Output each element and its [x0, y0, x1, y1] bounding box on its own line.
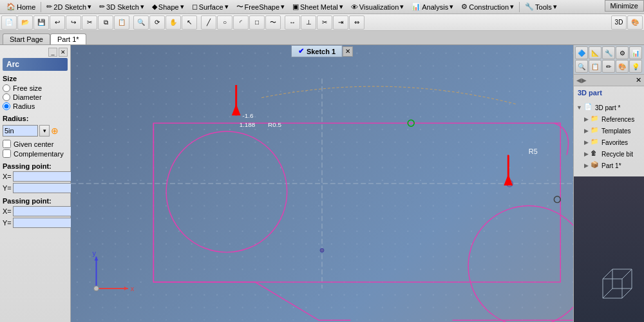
- tb-render[interactable]: 🎨: [627, 15, 643, 30]
- x2-row: X=: [3, 206, 68, 216]
- menu-home[interactable]: 🏠 Home: [3, 0, 39, 14]
- svg-text:x: x: [131, 285, 135, 292]
- tb-redo[interactable]: ↪: [66, 15, 81, 30]
- sep2: [519, 2, 520, 12]
- rp-icon-2[interactable]: 📐: [589, 46, 601, 59]
- rp-icon-8[interactable]: ✏: [602, 60, 615, 73]
- menu-freeshape[interactable]: 〜 FreeShape ▾: [232, 0, 289, 14]
- svg-text:R0.5: R0.5: [268, 121, 281, 128]
- expand-templates-icon: ▶: [584, 128, 589, 134]
- panel-minimize-icon[interactable]: _: [48, 48, 57, 57]
- tb-constraint[interactable]: ⊥: [301, 15, 316, 30]
- tree-item-part1[interactable]: ▶ 📦 Part 1*: [584, 160, 641, 171]
- tree-item-favorites[interactable]: ▶ 📁 Favorites: [584, 137, 641, 148]
- svg-line-36: [622, 269, 632, 279]
- menu-3d-sketch[interactable]: ✏ 3D Sketch ▾: [95, 0, 148, 14]
- expand-icon: ▼: [576, 104, 582, 111]
- complementary-option[interactable]: Complementary: [3, 149, 68, 158]
- tree-item-references[interactable]: ▶ 📁 References: [584, 113, 641, 125]
- y1-label: Y=: [3, 184, 12, 192]
- tb-select[interactable]: ↖: [182, 15, 197, 30]
- radius-formula-btn[interactable]: ⊕: [51, 126, 59, 136]
- menu-construction[interactable]: ⚙ Construction ▾: [457, 0, 518, 14]
- rp-icon-10[interactable]: 💡: [629, 60, 642, 73]
- passing-point-1: Passing point: X= * Y=: [3, 162, 68, 193]
- tb-new[interactable]: 📄: [1, 15, 17, 30]
- tb-zoom[interactable]: 🔍: [133, 15, 149, 30]
- rp-icon-5[interactable]: 📊: [629, 46, 642, 59]
- diameter-option[interactable]: Diameter: [3, 93, 68, 102]
- tb-copy[interactable]: ⧉: [98, 15, 113, 30]
- complementary-checkbox[interactable]: [3, 149, 11, 158]
- tree-item-templates[interactable]: ▶ 📁 Templates: [584, 125, 641, 137]
- radius-input[interactable]: [3, 125, 38, 137]
- tb-arc[interactable]: ◜: [233, 15, 249, 30]
- top-toolbar: 🏠 Home ✏ 2D Sketch ▾ ✏ 3D Sketch ▾ ◆ Sha…: [0, 0, 644, 14]
- main-area: _ ✕ Arc Size Free size Diameter Radius R…: [0, 45, 644, 322]
- rp-icon-6[interactable]: 🔍: [575, 60, 588, 73]
- tb-paste[interactable]: 📋: [114, 15, 129, 30]
- menu-tools[interactable]: 🔧 Tools ▾: [521, 0, 561, 14]
- menu-analysis[interactable]: 📊 Analysis ▾: [408, 0, 457, 14]
- y1-row: Y=: [3, 183, 68, 193]
- tb-line[interactable]: ╱: [201, 15, 216, 30]
- tab-bar: Start Page Part 1*: [0, 31, 644, 45]
- rp-icon-7[interactable]: 📋: [589, 60, 601, 73]
- tree-recycle-icon: 🗑: [591, 149, 600, 158]
- rp-icon-9[interactable]: 🎨: [616, 60, 629, 73]
- expand-recycle-icon: ▶: [584, 151, 589, 157]
- tb-trim[interactable]: ✂: [317, 15, 332, 30]
- tree-part1-label: Part 1*: [601, 162, 621, 169]
- tb-rect[interactable]: □: [249, 15, 265, 30]
- tb-extend[interactable]: ⇥: [333, 15, 348, 30]
- rp-icon-3[interactable]: 🔧: [602, 46, 615, 59]
- menu-shape[interactable]: ◆ Shape ▾: [148, 0, 188, 14]
- given-center-option[interactable]: Given center: [3, 139, 68, 149]
- tb-undo[interactable]: ↩: [50, 15, 65, 30]
- sketch-tab-label: ✔ Sketch 1: [291, 45, 343, 57]
- sketch-close-btn[interactable]: ✕: [343, 46, 353, 57]
- tb-rotate[interactable]: ⟳: [149, 15, 165, 30]
- diameter-radio[interactable]: [3, 93, 10, 101]
- tb-circle[interactable]: ○: [217, 15, 232, 30]
- sketch-tab: ✔ Sketch 1 ✕: [291, 45, 353, 57]
- menu-visualization[interactable]: 👁 Visualization ▾: [347, 0, 408, 14]
- tb-cut[interactable]: ✂: [82, 15, 97, 30]
- radius-dropdown-btn[interactable]: ▾: [39, 125, 50, 137]
- radius-radio[interactable]: [3, 102, 10, 110]
- rp-icon-1[interactable]: 🔷: [575, 46, 588, 59]
- tb-pan[interactable]: ✋: [166, 15, 181, 30]
- x2-label: X=: [3, 207, 12, 215]
- menu-2d-sketch[interactable]: ✏ 2D Sketch ▾: [43, 0, 95, 14]
- right-panel-close-btn[interactable]: ✕: [636, 76, 641, 84]
- tb-save[interactable]: 💾: [33, 15, 49, 30]
- tb-open[interactable]: 📂: [17, 15, 33, 30]
- tab-start-page[interactable]: Start Page: [3, 33, 50, 44]
- given-center-checkbox[interactable]: [3, 140, 11, 148]
- panel-close-icon[interactable]: ✕: [59, 48, 68, 57]
- free-size-option[interactable]: Free size: [3, 84, 68, 93]
- tab-part1[interactable]: Part 1*: [50, 33, 86, 44]
- menu-sheet-metal[interactable]: ▣ Sheet Metal ▾: [289, 0, 347, 14]
- svg-marker-34: [622, 269, 632, 298]
- free-size-radio[interactable]: [3, 84, 10, 92]
- rp-icon-4[interactable]: ⚙: [616, 46, 629, 59]
- menu-surface[interactable]: ◻ Surface ▾: [188, 0, 232, 14]
- 3d-view-placeholder: [590, 266, 641, 319]
- right-panel-title: 3D part: [574, 86, 644, 99]
- tb-3d[interactable]: 3D: [611, 15, 627, 30]
- minimize-button[interactable]: Minimize: [605, 0, 644, 12]
- radius-option[interactable]: Radius: [3, 102, 68, 111]
- tb-dim[interactable]: ↔: [285, 15, 300, 30]
- tree-recycle-label: Recycle bit: [601, 151, 633, 158]
- tb-mirror[interactable]: ⇔: [349, 15, 365, 30]
- svg-point-29: [94, 286, 99, 291]
- tree-item-recycle[interactable]: ▶ 🗑 Recycle bit: [584, 148, 641, 160]
- sketch-tab-title: Sketch 1: [307, 48, 336, 55]
- tb-spline[interactable]: 〜: [265, 15, 281, 30]
- pp2-label: Passing point:: [3, 197, 68, 205]
- tree-favorites-icon: 📁: [591, 138, 600, 147]
- expand-favorites-icon: ▶: [584, 139, 589, 146]
- tree-item-3d-part[interactable]: ▼ 📄 3D part *: [576, 102, 641, 113]
- radius-label: Radius: [13, 102, 35, 110]
